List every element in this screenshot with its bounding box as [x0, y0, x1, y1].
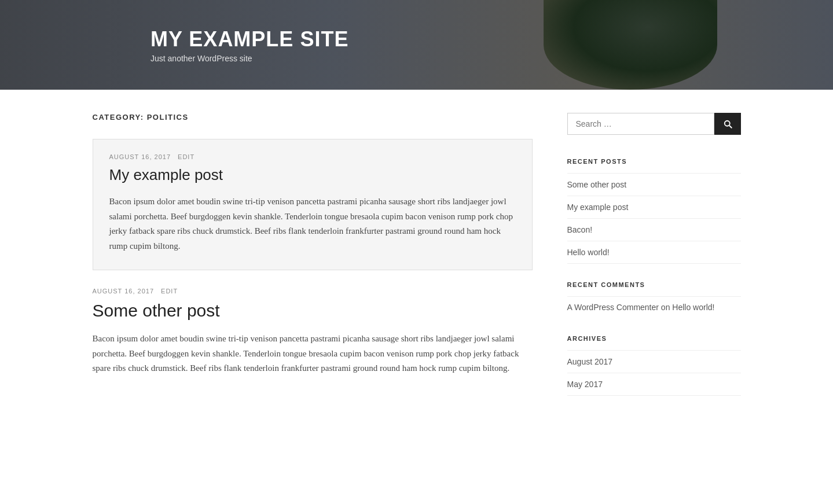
- post-title-2[interactable]: Some other post: [93, 300, 533, 321]
- recent-comments-title: RECENT COMMENTS: [567, 281, 741, 288]
- recent-post-item-3: Bacon!: [567, 218, 741, 241]
- post-date-2: AUGUST 16, 2017: [93, 288, 155, 295]
- recent-post-item-2: My example post: [567, 196, 741, 218]
- archives-title: ARCHIVES: [567, 335, 741, 342]
- recent-post-link-4[interactable]: Hello world!: [567, 248, 610, 257]
- archives-section: ARCHIVES August 2017 May 2017: [567, 335, 741, 396]
- archive-link-1[interactable]: August 2017: [567, 357, 613, 366]
- comment-on-text: on: [661, 303, 672, 312]
- edit-link-1[interactable]: EDIT: [178, 153, 195, 160]
- post-card-2: AUGUST 16, 2017 EDIT Some other post Bac…: [93, 288, 533, 376]
- sidebar: RECENT POSTS Some other post My example …: [567, 113, 741, 413]
- post-excerpt-1: Bacon ipsum dolor amet boudin swine tri-…: [109, 194, 516, 253]
- archive-item-2: May 2017: [567, 373, 741, 396]
- header-plant-decoration: [544, 0, 717, 90]
- recent-posts-list: Some other post My example post Bacon! H…: [567, 173, 741, 264]
- recent-post-item-4: Hello world!: [567, 241, 741, 264]
- search-input[interactable]: [567, 113, 714, 135]
- site-title: MY EXAMPLE SITE: [151, 27, 348, 51]
- post-date-1: AUGUST 16, 2017: [109, 153, 171, 160]
- category-heading: Category: Politics: [93, 113, 533, 122]
- header-content: MY EXAMPLE SITE Just another WordPress s…: [151, 27, 348, 63]
- post-excerpt-2: Bacon ipsum dolor amet boudin swine tri-…: [93, 332, 533, 376]
- archive-link-2[interactable]: May 2017: [567, 380, 603, 389]
- post-card-1: AUGUST 16, 2017 EDIT My example post Bac…: [93, 139, 533, 270]
- post-meta-1: AUGUST 16, 2017 EDIT: [109, 153, 516, 160]
- search-icon: [722, 119, 733, 129]
- site-header: MY EXAMPLE SITE Just another WordPress s…: [0, 0, 833, 90]
- edit-link-2[interactable]: EDIT: [161, 288, 178, 295]
- recent-post-link-2[interactable]: My example post: [567, 203, 629, 212]
- comment-author-link-1[interactable]: A WordPress Commenter: [567, 303, 659, 312]
- comment-post-link-1[interactable]: Hello world!: [672, 303, 714, 312]
- recent-posts-title: RECENT POSTS: [567, 158, 741, 165]
- main-wrapper: Category: Politics AUGUST 16, 2017 EDIT …: [81, 90, 753, 436]
- archives-list: August 2017 May 2017: [567, 350, 741, 396]
- post-meta-2: AUGUST 16, 2017 EDIT: [93, 288, 533, 295]
- content-area: Category: Politics AUGUST 16, 2017 EDIT …: [93, 113, 533, 393]
- post-title-1[interactable]: My example post: [109, 166, 516, 184]
- recent-post-link-3[interactable]: Bacon!: [567, 225, 593, 234]
- recent-post-item-1: Some other post: [567, 173, 741, 196]
- site-tagline: Just another WordPress site: [151, 54, 348, 63]
- search-button[interactable]: [714, 113, 741, 135]
- recent-comment-item-1: A WordPress Commenter on Hello world!: [567, 296, 741, 318]
- search-widget: [567, 113, 741, 135]
- recent-posts-section: RECENT POSTS Some other post My example …: [567, 158, 741, 264]
- recent-post-link-1[interactable]: Some other post: [567, 180, 627, 189]
- recent-comments-section: RECENT COMMENTS A WordPress Commenter on…: [567, 281, 741, 318]
- archive-item-1: August 2017: [567, 350, 741, 373]
